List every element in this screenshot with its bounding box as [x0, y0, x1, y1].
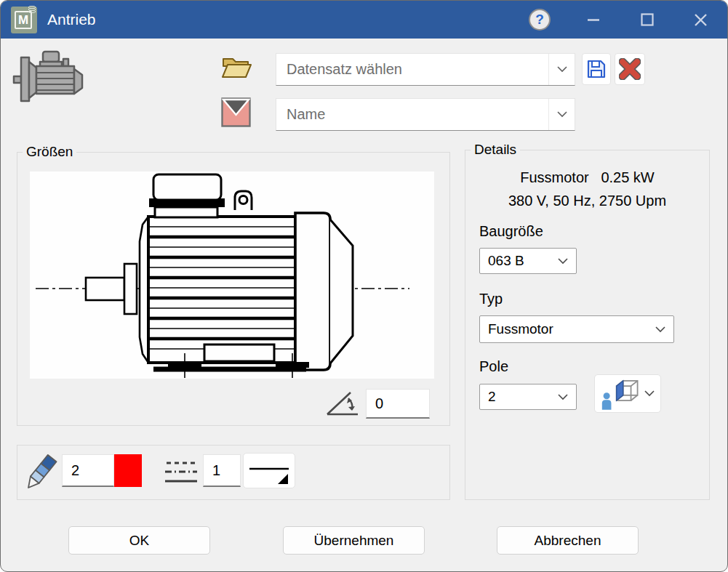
apply-button[interactable]: Übernehmen	[283, 526, 425, 555]
pen-color-swatch[interactable]	[114, 454, 142, 487]
close-button[interactable]	[688, 8, 713, 31]
chevron-down-icon	[644, 390, 655, 397]
details-summary-line1: Fussmotor 0.25 kW	[465, 169, 710, 186]
name-combobox[interactable]: Name	[276, 98, 575, 131]
save-floppy-icon	[586, 59, 607, 79]
maximize-button[interactable]	[635, 8, 660, 31]
dialog-antrieb: M Antrieb ?	[0, 0, 728, 572]
cancel-button[interactable]: Abbrechen	[497, 526, 639, 555]
type-label: Typ	[479, 291, 503, 307]
details-summary-line2: 380 V, 50 Hz, 2750 Upm	[465, 193, 710, 209]
chevron-down-icon	[557, 66, 567, 73]
maximize-icon	[641, 13, 654, 26]
pole-combobox[interactable]: 2	[479, 384, 577, 410]
ok-button[interactable]: OK	[68, 526, 210, 555]
name-combobox-placeholder: Name	[276, 99, 548, 130]
motor-technical-drawing	[30, 172, 434, 379]
window-title: Antrieb	[47, 1, 96, 39]
angle-input[interactable]	[366, 389, 430, 419]
line-type-input[interactable]	[203, 454, 241, 487]
chevron-down-icon	[655, 326, 665, 333]
dataset-combobox-placeholder: Datensatz wählen	[276, 54, 548, 85]
close-icon	[694, 13, 708, 27]
pen-icon	[23, 453, 60, 492]
material-envelope-icon	[221, 97, 251, 127]
delete-x-icon	[619, 58, 641, 80]
chevron-down-icon	[558, 258, 568, 265]
chevron-down-icon	[557, 111, 567, 118]
motor-thumbnail-icon	[12, 47, 91, 111]
minimize-button[interactable]	[581, 8, 606, 31]
size-combobox[interactable]: 063 B	[479, 248, 577, 274]
minimize-icon	[587, 13, 600, 26]
size-combobox-value: 063 B	[488, 253, 524, 269]
app-icon-ornament	[28, 6, 36, 13]
line-style-preview-icon	[246, 455, 292, 486]
3d-view-cube-icon	[601, 377, 641, 411]
chevron-down-icon	[558, 394, 568, 400]
dataset-combobox[interactable]: Datensatz wählen	[276, 53, 575, 86]
type-combobox[interactable]: Fussmotor	[479, 315, 674, 343]
line-style-preview-button[interactable]	[243, 453, 295, 488]
pole-label: Pole	[479, 358, 508, 375]
open-dataset-folder-icon	[220, 54, 252, 83]
dataset-combobox-dropdown[interactable]	[548, 54, 575, 85]
size-label: Baugröße	[479, 223, 543, 240]
app-logo-letter: M	[15, 11, 32, 29]
app-icon: M	[11, 7, 37, 33]
pole-combobox-value: 2	[488, 389, 496, 405]
name-combobox-dropdown[interactable]	[548, 99, 575, 130]
sizes-group-label: Größen	[23, 144, 76, 160]
type-combobox-value: Fussmotor	[488, 321, 553, 337]
titlebar: M Antrieb ?	[1, 1, 727, 39]
save-dataset-button[interactable]	[582, 53, 611, 85]
help-button[interactable]: ?	[529, 9, 551, 31]
line-style-icon	[164, 459, 199, 487]
delete-dataset-button[interactable]	[615, 53, 645, 85]
view-mode-dropdown-button[interactable]	[594, 374, 661, 413]
question-mark-icon: ?	[535, 12, 544, 27]
motor-preview-canvas	[30, 172, 434, 379]
details-group-label: Details	[471, 142, 520, 158]
pen-width-input[interactable]	[62, 454, 114, 487]
angle-icon	[326, 388, 359, 417]
